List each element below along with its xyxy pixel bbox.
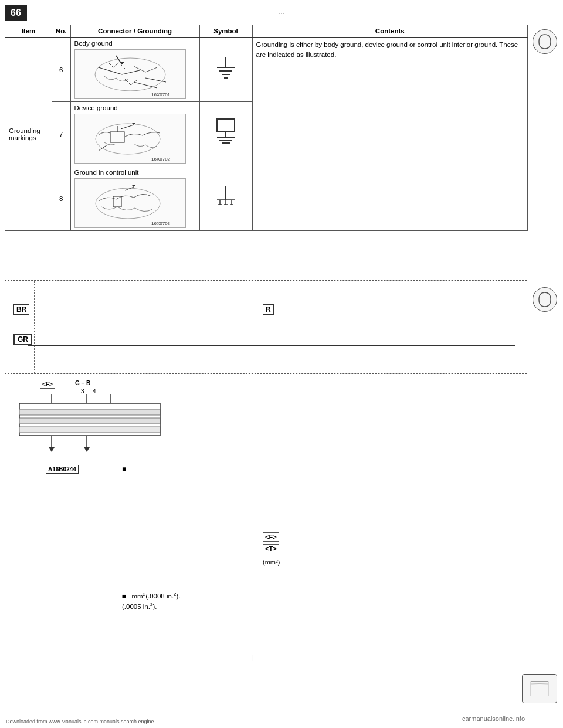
body-ground-cell: Body ground [70,38,199,102]
control-ground-symbol [199,166,252,231]
bottom-dashed-divider [252,645,527,656]
svg-line-27 [125,187,134,190]
lower-section: BR R GR <F> G – B 3 4 [5,280,527,485]
svg-line-19 [99,145,107,151]
item-label: Groundingmarkings [5,38,52,231]
connector-f-label: <F> [40,380,55,389]
wire-color-gr: GR [13,334,32,345]
svg-marker-47 [49,447,55,452]
svg-text:16X0701: 16X0701 [151,92,171,97]
body-ground-symbol [199,38,252,102]
col-header-connector: Connector / Grounding [70,25,199,38]
svg-rect-40 [19,409,160,415]
symbol-f-right: <F> [263,532,279,542]
device-ground-label: Device ground [74,104,196,111]
svg-line-17 [121,125,134,129]
svg-rect-42 [19,427,160,433]
row-no-7: 7 [52,102,71,166]
formula-line-1: ■ mm2(.0008 in.2). [122,591,181,601]
grounding-table: Item No. Connector / Grounding Symbol Co… [5,25,528,231]
svg-point-14 [96,124,160,154]
svg-rect-41 [19,418,160,424]
watermark-text: carmanualsonline.info [462,715,525,722]
row-no-8: 8 [52,166,71,231]
thumb-1 [533,29,557,54]
svg-line-7 [145,78,166,82]
diagram-ref-label: A16B0244 [46,465,79,474]
table-row: Groundingmarkings 6 Body ground [5,38,528,102]
page-top-label: ... [279,8,284,15]
svg-text:16X0702: 16X0702 [151,157,171,162]
page-number: 66 [5,5,27,21]
device-ground-symbol [199,102,252,166]
svg-line-6 [134,82,157,88]
wire-color-br: BR [13,304,29,315]
control-ground-cell: Ground in control unit 16X0703 [70,166,199,231]
svg-text:16X0703: 16X0703 [151,221,171,226]
col-header-contents: Contents [252,25,527,38]
connector-4-label: 4 [93,388,96,394]
col-header-symbol: Symbol [199,25,252,38]
svg-marker-28 [131,185,136,187]
footer: Downloaded from www.Manualslib.com manua… [0,719,563,724]
svg-rect-21 [217,119,235,132]
thumb-2 [533,287,557,312]
control-ground-diagram: 16X0703 [74,178,186,228]
col-header-no: No. [52,25,71,38]
row-no-6: 6 [52,38,71,102]
control-ground-label: Ground in control unit [74,169,196,176]
formula-line-2: (.0005 in.2). [122,601,181,612]
arrow-label: ■ [122,465,126,473]
svg-rect-15 [110,132,124,142]
svg-point-1 [95,58,165,91]
connector-3-label: 3 [81,388,84,394]
body-ground-diagram: 16X0701 [74,49,186,99]
device-ground-cell: Device ground 16X0702 [70,102,199,166]
col-header-item: Item [5,25,52,38]
svg-rect-29 [113,196,121,207]
wire-color-r: R [263,304,274,315]
thumb-3 [522,674,557,703]
svg-line-3 [122,70,140,74]
footer-download-text[interactable]: Downloaded from www.Manualslib.com manua… [6,719,154,724]
bottom-line-label: | [252,654,254,661]
contents-text: Grounding is either by body ground, devi… [252,38,527,231]
svg-marker-49 [84,447,90,452]
connector-gb-label: G – B [75,380,90,386]
body-ground-label: Body ground [74,40,196,47]
svg-marker-5 [119,62,125,64]
device-ground-diagram: 16X0702 [74,114,186,164]
svg-line-2 [99,67,122,74]
symbol-t-right: <T> [263,544,279,553]
formula-text: ■ mm2(.0008 in.2). (.0005 in.2). [122,591,181,613]
unit-label-right: (mm²) [263,559,280,566]
svg-point-26 [96,188,160,219]
